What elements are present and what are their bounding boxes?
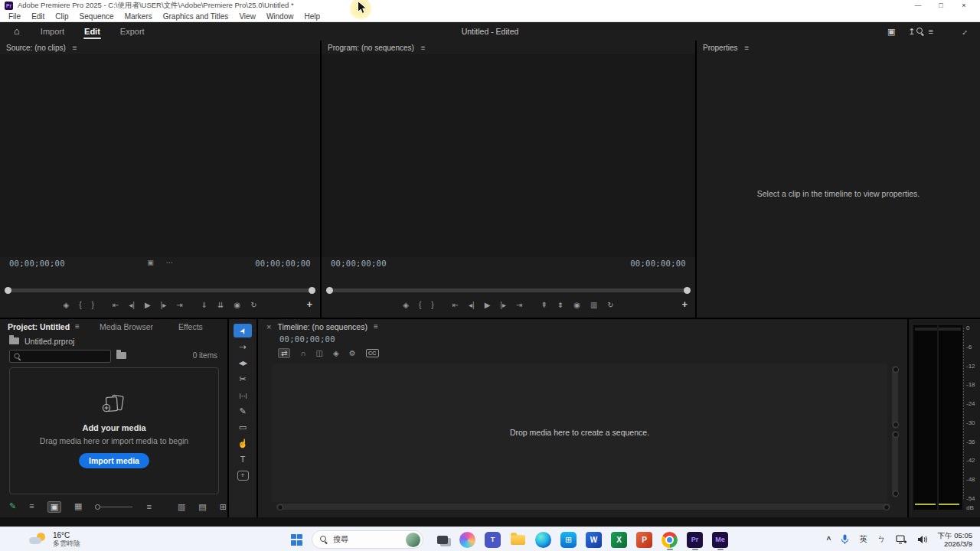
comparison-view-button[interactable]: ▥: [590, 301, 597, 309]
extract-button[interactable]: ⇟: [557, 301, 564, 309]
new-search-bin-icon[interactable]: [116, 352, 126, 359]
overwrite-button[interactable]: ⇊: [217, 301, 224, 309]
add-marker-button[interactable]: ◈: [403, 301, 409, 309]
proxy-toggle-button[interactable]: ↻: [607, 301, 613, 309]
word-button[interactable]: W: [584, 529, 603, 550]
mark-in-button[interactable]: {: [419, 301, 421, 309]
search-icon[interactable]: [916, 28, 924, 35]
file-explorer-button[interactable]: [508, 529, 528, 550]
export-frame-button[interactable]: ◉: [573, 301, 580, 309]
close-panel-icon[interactable]: ×: [266, 322, 271, 331]
add-marker-button[interactable]: ◈: [63, 301, 69, 309]
menu-help[interactable]: Help: [299, 11, 325, 22]
insert-button[interactable]: ⇓: [201, 301, 207, 309]
panel-menu-icon[interactable]: ≡: [421, 44, 426, 52]
task-view-button[interactable]: [433, 529, 452, 550]
go-to-in-button[interactable]: ⇤: [452, 301, 459, 309]
mark-in-button[interactable]: {: [79, 301, 81, 309]
program-scrubber[interactable]: [328, 289, 689, 292]
button-editor-plus[interactable]: +: [681, 296, 688, 313]
go-to-out-button[interactable]: ⇥: [516, 301, 522, 309]
proxy-toggle-button[interactable]: ↻: [250, 301, 256, 309]
captions-button[interactable]: CC: [366, 349, 379, 357]
tab-effects[interactable]: Effects: [177, 322, 216, 331]
tab-export[interactable]: Export: [110, 22, 155, 41]
program-current-timecode[interactable]: 00;00;00;00: [331, 259, 387, 268]
timeline-timecode[interactable]: 00;00;00;00: [279, 334, 335, 344]
media-encoder-button[interactable]: Me: [710, 529, 730, 550]
more-tools-button[interactable]: +: [234, 468, 252, 482]
audio-meter-bars[interactable]: [913, 325, 962, 510]
razor-tool[interactable]: ✂: [234, 372, 252, 386]
go-to-out-button[interactable]: ⇥: [176, 301, 182, 309]
project-search-input[interactable]: [9, 350, 111, 363]
menu-sequence[interactable]: Sequence: [74, 11, 119, 22]
ime-mode[interactable]: ㄅ: [877, 534, 886, 545]
premiere-taskbar-button[interactable]: Pr: [685, 529, 704, 550]
sort-icons-button[interactable]: ≡: [146, 502, 151, 511]
panel-options-icon[interactable]: ≡: [929, 27, 933, 36]
hand-tool[interactable]: ☝: [234, 436, 252, 450]
linked-selection-toggle[interactable]: ◫: [316, 349, 323, 357]
step-forward-button[interactable]: |▸: [161, 301, 167, 309]
edge-button[interactable]: [534, 529, 553, 550]
menu-markers[interactable]: Markers: [119, 11, 158, 22]
store-button[interactable]: ⊞: [559, 529, 578, 550]
panel-menu-icon[interactable]: ≡: [73, 44, 77, 52]
menu-view[interactable]: View: [234, 11, 261, 22]
drag-audio-icon[interactable]: ⋯: [166, 259, 173, 266]
teams-button[interactable]: T: [483, 529, 502, 550]
icon-view-button[interactable]: ▣: [47, 501, 61, 513]
slip-tool[interactable]: |↔|: [234, 388, 252, 402]
selection-tool[interactable]: ➤: [234, 324, 252, 337]
close-button[interactable]: ×: [952, 0, 975, 11]
source-scrubber[interactable]: [6, 289, 314, 292]
go-to-in-button[interactable]: ⇤: [113, 301, 119, 309]
mark-out-button[interactable]: }: [431, 301, 433, 309]
timeline-settings-wrench-icon[interactable]: ⚙: [349, 349, 356, 357]
tab-edit[interactable]: Edit: [74, 22, 110, 41]
new-bin-button[interactable]: ▤: [198, 502, 206, 512]
menu-window[interactable]: Window: [261, 11, 299, 22]
thumbnail-zoom-slider[interactable]: [95, 504, 132, 510]
step-back-button[interactable]: ◂|: [129, 301, 135, 309]
play-button[interactable]: ▶: [145, 301, 151, 309]
panel-menu-icon[interactable]: ≡: [374, 322, 378, 331]
fullscreen-icon[interactable]: ↔: [959, 27, 968, 36]
export-frame-button[interactable]: ◉: [234, 301, 240, 309]
freeform-view-button[interactable]: ▦: [74, 501, 82, 513]
menu-graphics-and-titles[interactable]: Graphics and Titles: [158, 11, 234, 22]
step-back-button[interactable]: ◂|: [469, 301, 475, 309]
workspaces-icon[interactable]: ▣: [887, 27, 895, 37]
button-editor-plus[interactable]: +: [306, 296, 312, 313]
taskbar-clock[interactable]: 下午 05:05 2026/3/9: [938, 531, 972, 548]
add-marker-button[interactable]: ◈: [333, 349, 339, 357]
chrome-button[interactable]: [660, 529, 679, 550]
tab-project[interactable]: Project: Untitled≡: [6, 322, 87, 331]
excel-button[interactable]: X: [609, 529, 629, 550]
step-forward-button[interactable]: |▸: [500, 301, 506, 309]
menu-file[interactable]: File: [3, 11, 26, 22]
network-display-icon[interactable]: [896, 535, 907, 544]
mark-out-button[interactable]: }: [92, 301, 94, 309]
weather-widget[interactable]: 16°C 多雲時陰: [29, 532, 80, 547]
rectangle-tool[interactable]: ▭: [234, 420, 252, 434]
minimize-button[interactable]: —: [906, 0, 929, 11]
ripple-edit-tool[interactable]: ◀▶: [234, 356, 252, 370]
tray-overflow-chevron[interactable]: ^: [827, 536, 831, 544]
tab-media-browser[interactable]: Media Browser: [98, 322, 166, 331]
menu-clip[interactable]: Clip: [50, 11, 74, 22]
tab-import[interactable]: Import: [31, 22, 74, 41]
automate-to-sequence-button[interactable]: ▥: [178, 502, 185, 512]
copilot-button[interactable]: [458, 529, 477, 550]
audio-tracks-scrollbar[interactable]: [892, 431, 898, 497]
insert-overwrite-toggle[interactable]: ⇄: [278, 348, 290, 358]
import-media-button[interactable]: Import media: [79, 453, 149, 468]
lift-button[interactable]: ⇞: [541, 301, 547, 309]
new-item-button[interactable]: ⊞: [220, 502, 227, 512]
powerpoint-button[interactable]: P: [635, 529, 654, 550]
share-export-icon[interactable]: ↥: [908, 27, 915, 37]
speaker-icon[interactable]: [917, 535, 928, 544]
play-button[interactable]: ▶: [485, 301, 491, 309]
video-tracks-scrollbar[interactable]: [892, 366, 898, 429]
